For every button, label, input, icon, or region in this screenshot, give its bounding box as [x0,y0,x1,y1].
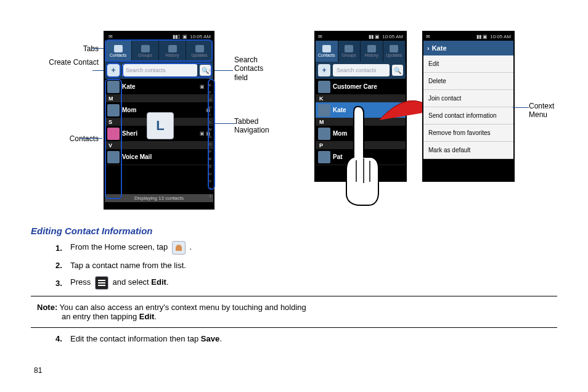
note-block: Note: You can also access an entry's con… [31,303,557,321]
step-4: 4. Edit the contact information then tap… [55,334,557,343]
contact-list[interactable]: Kate▣ ⋮ M Mom▣ S Sheri▣ ▣ V Voice Mail D… [105,79,213,202]
list-footer: Displaying 13 contacts [105,194,213,202]
tabs-bar: Contacts Groups History Updates [316,41,406,62]
label-context-menu: Context Menu [529,102,554,120]
contacts-app-icon [172,241,186,255]
avatar [107,128,120,140]
section-header: V [105,142,213,149]
context-menu-title: › Kate [423,41,513,55]
alpha-index[interactable]: CDEFGHILMNOPRSUVYZ [207,67,213,200]
separator [31,296,557,296]
separator [31,327,557,328]
step-1: 1. From the Home screen, tap . [55,241,557,255]
context-item-edit[interactable]: Edit [423,55,513,73]
section-heading: Editing Contact Information [31,226,557,236]
avatar [107,81,120,93]
tab-groups[interactable]: Groups [132,41,159,62]
create-contact-button[interactable]: + [318,64,330,76]
tabs-bar: Contacts Groups History Updates [105,41,213,62]
status-bar: ✉ ▮▮▯ ▣ 10:05 AM [105,32,213,41]
tab-contacts[interactable]: Contacts [105,41,132,62]
status-bar: ✉ ▮▮ ▣ 10:05 AM [423,32,513,41]
tab-groups[interactable]: Groups [338,41,361,62]
label-search-field: Search Contacts field [234,55,263,82]
steps-list: 1. From the Home screen, tap . 2. Tap a … [31,241,557,290]
menu-hardkey-icon [95,276,108,290]
group-icon [141,45,150,52]
status-bar: ✉ ▮▮ ▣ 10:05 AM [316,32,406,41]
person-icon [114,45,123,52]
page-number: 81 [34,366,42,375]
clock-label: 10:05 AM [190,34,211,39]
swap-icon [168,45,177,52]
label-tabs: Tabs [83,44,99,53]
tab-history[interactable]: History [159,41,186,62]
create-contact-button[interactable]: + [107,64,120,76]
context-item-send[interactable]: Send contact information [423,107,513,125]
chevron-icon: › [427,44,430,52]
tab-history[interactable]: History [361,41,383,62]
phone-contacts-annotated: ✉ ▮▮▯ ▣ 10:05 AM Contacts Groups History… [104,31,214,210]
step-3: 3. Press and select Edit. [55,276,557,290]
search-bar: + Search contacts 🔍 [105,62,213,79]
steps-list-cont: 4. Edit the contact information then tap… [31,334,557,343]
contact-row[interactable]: Kate▣ ⋮ [105,79,213,95]
updates-icon [195,45,204,52]
search-icon[interactable]: 🔍 [392,65,403,76]
left-figure: Tabs Create Contact Contacts Search Cont… [31,31,290,216]
right-figure: ✉ ▮▮ ▣ 10:05 AM Contacts Groups History … [314,31,557,216]
signal-icon: ▮▮▯ [173,34,180,39]
mail-icon: ✉ [108,34,113,39]
search-bar: + Search contacts 🔍 [316,62,406,79]
contact-row[interactable]: Voice Mail [105,149,213,165]
tab-contacts[interactable]: Contacts [316,41,338,62]
context-item-join[interactable]: Join contact [423,90,513,107]
label-contacts: Contacts [70,134,99,143]
context-item-markdefault[interactable]: Mark as default [423,142,513,159]
context-item-removefav[interactable]: Remove from favorites [423,125,513,142]
step-2: 2. Tap a contact name from the list. [55,261,557,270]
avatar [107,151,120,163]
avatar [107,104,120,116]
section-header: M [105,95,213,102]
label-create-contact: Create Contact [49,58,99,67]
search-input[interactable]: Search contacts [333,64,390,76]
search-input[interactable]: Search contacts [122,64,197,76]
label-tabbed-nav: Tabbed Navigation [234,117,269,135]
phone-context-menu: ✉ ▮▮ ▣ 10:05 AM › Kate Edit Delete Join … [422,31,515,182]
context-item-delete[interactable]: Delete [423,73,513,90]
tab-updates[interactable]: Updates [383,41,406,62]
tab-updates[interactable]: Updates [186,41,213,62]
scroll-letter-overlay: L [147,112,174,139]
battery-icon: ▣ [182,34,187,39]
